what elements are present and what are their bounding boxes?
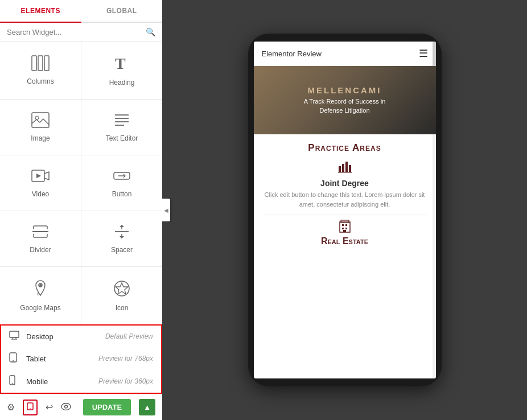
update-button[interactable]: UPDATE (83, 399, 131, 415)
svg-point-38 (61, 403, 71, 410)
preview-desktop[interactable]: Desktop Default Preview (1, 326, 161, 347)
device-icon[interactable] (23, 400, 38, 415)
desktop-desc: Default Preview (105, 332, 153, 340)
collapse-handle[interactable]: ◀ (162, 199, 170, 221)
widget-google-maps[interactable]: 8 Google Maps (0, 267, 81, 324)
svg-rect-46 (342, 224, 344, 226)
divider-label: Divider (30, 246, 51, 254)
tablet-label: Tablet (26, 355, 93, 363)
svg-point-37 (30, 408, 31, 409)
video-label: Video (32, 190, 49, 198)
preview-panel: Desktop Default Preview Tablet Preview f… (0, 324, 162, 394)
svg-text:8: 8 (37, 292, 39, 296)
hero-subtitle: A Track Record of Success inDefense Liti… (304, 97, 386, 115)
eye-icon[interactable] (61, 402, 71, 413)
button-label: Button (112, 190, 132, 198)
settings-icon[interactable]: ⚙ (7, 402, 15, 413)
joint-degree-text: Click edit button to change this text. L… (263, 190, 427, 209)
widget-grid: Columns T Heading Image (0, 42, 162, 324)
svg-rect-2 (44, 56, 49, 71)
history-icon[interactable]: ↩ (46, 402, 53, 413)
svg-point-5 (35, 116, 39, 120)
columns-icon (31, 55, 50, 74)
desktop-icon (9, 331, 20, 342)
svg-marker-27 (116, 283, 128, 294)
mobile-icon (9, 375, 20, 388)
phone-screen: Elementor Review ☰ MELLENCAMI A Track Re… (254, 42, 436, 378)
heading-icon: T (113, 54, 131, 75)
svg-rect-47 (345, 224, 347, 226)
hero-firm-name: MELLENCAMI (308, 85, 382, 95)
svg-rect-4 (32, 113, 49, 127)
hamburger-icon[interactable]: ☰ (419, 47, 428, 60)
widget-video[interactable]: Video (0, 155, 81, 211)
phone-topbar-title: Elementor Review (262, 50, 322, 58)
icon-widget-label: Icon (116, 304, 129, 312)
joint-degree-section: Joint Degree Click edit button to change… (263, 160, 427, 209)
svg-point-33 (13, 360, 14, 361)
mobile-label: Mobile (26, 377, 93, 386)
joint-degree-title: Joint Degree (320, 179, 369, 188)
phone-hero: MELLENCAMI A Track Record of Success inD… (254, 66, 436, 134)
tab-global[interactable]: GLOBAL (81, 0, 163, 22)
icon-widget-icon (113, 279, 131, 300)
section-divider (263, 215, 427, 215)
svg-rect-50 (343, 230, 346, 232)
svg-rect-40 (339, 166, 341, 172)
columns-label: Columns (27, 77, 53, 85)
tab-elements[interactable]: ELEMENTS (0, 0, 81, 23)
tablet-desc: Preview for 768px (98, 355, 153, 363)
widget-text-editor[interactable]: Text Editor (81, 100, 162, 155)
preview-mobile[interactable]: Mobile Preview for 360px (1, 370, 161, 393)
widget-button[interactable]: Button (81, 155, 162, 211)
text-editor-label: Text Editor (106, 134, 138, 142)
preview-tablet[interactable]: Tablet Preview for 768px (1, 347, 161, 370)
svg-point-24 (39, 284, 42, 286)
text-editor-icon (113, 112, 131, 131)
widget-image[interactable]: Image (0, 100, 81, 155)
phone-frame: Elementor Review ☰ MELLENCAMI A Track Re… (248, 34, 442, 386)
svg-rect-42 (345, 162, 348, 172)
svg-point-39 (65, 405, 68, 408)
svg-rect-28 (10, 331, 19, 337)
update-arrow-button[interactable]: ▲ (139, 399, 155, 415)
left-panel: ELEMENTS GLOBAL 🔍 Columns T (0, 0, 162, 420)
practice-areas-title: Practice Areas (263, 142, 427, 154)
svg-rect-41 (342, 164, 344, 172)
google-maps-icon: 8 (31, 279, 50, 300)
widget-heading[interactable]: T Heading (81, 42, 162, 99)
tab-bar: ELEMENTS GLOBAL (0, 0, 162, 23)
widget-spacer[interactable]: Spacer (81, 211, 162, 266)
mobile-desc: Preview for 360px (98, 377, 153, 385)
desktop-label: Desktop (26, 332, 100, 341)
google-maps-label: Google Maps (20, 304, 60, 312)
tablet-icon (9, 352, 20, 365)
main-area: ◀ Elementor Review ☰ MELLENCAMI A Track … (162, 0, 527, 420)
svg-rect-48 (342, 228, 344, 229)
svg-rect-1 (38, 56, 43, 71)
widget-divider[interactable]: Divider (0, 211, 81, 266)
widget-columns[interactable]: Columns (0, 42, 81, 99)
phone-hero-bg: MELLENCAMI A Track Record of Success inD… (254, 66, 436, 134)
svg-marker-11 (36, 174, 41, 178)
search-input[interactable] (7, 28, 146, 36)
real-estate-title: Real Estate (321, 236, 368, 246)
svg-rect-49 (345, 228, 347, 229)
search-icon: 🔍 (146, 27, 155, 36)
button-icon (113, 168, 131, 187)
building-icon (339, 220, 351, 236)
image-icon (31, 112, 50, 131)
svg-rect-0 (32, 56, 36, 71)
bottom-toolbar: ⚙ ↩ UPDATE ▲ (0, 394, 162, 420)
svg-text:T: T (115, 55, 126, 72)
widget-icon[interactable]: Icon (81, 267, 162, 324)
divider-icon (31, 224, 50, 242)
svg-rect-43 (349, 165, 351, 172)
bar-chart-icon (338, 160, 352, 176)
heading-label: Heading (109, 79, 135, 87)
phone-topbar: Elementor Review ☰ (254, 42, 436, 66)
search-bar: 🔍 (0, 23, 162, 42)
spacer-label: Spacer (111, 246, 133, 254)
video-icon (31, 168, 50, 187)
phone-content: Practice Areas Joint Degree Click edit (254, 134, 436, 378)
